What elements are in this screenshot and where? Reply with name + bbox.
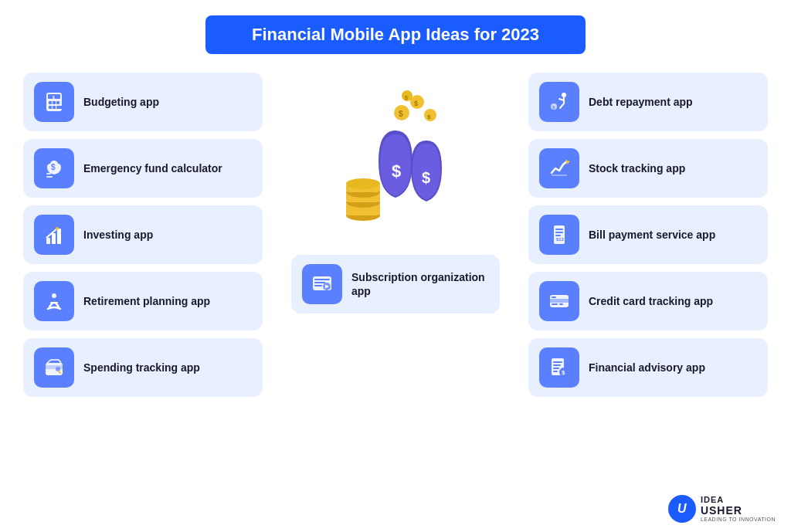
svg-rect-51	[555, 229, 563, 230]
subscription-icon	[302, 264, 342, 304]
svg-text:$: $	[51, 163, 56, 171]
svg-text:$: $	[405, 95, 408, 101]
investing-app-label: Investing app	[83, 228, 153, 242]
subscription-label: Subscription organization app	[351, 270, 489, 298]
svg-text:$: $	[422, 169, 430, 186]
svg-text:$12: $12	[556, 237, 565, 242]
svg-point-19	[56, 367, 60, 371]
right-column: $ Debt repayment app Stock tracking app …	[528, 73, 768, 397]
stock-tracking-label: Stock tracking app	[589, 161, 685, 175]
watermark-tagline: LEADING TO INNOVATION	[701, 517, 776, 523]
svg-rect-53	[555, 235, 561, 236]
svg-rect-14	[57, 229, 61, 244]
bill-payment-icon: $12	[539, 215, 579, 255]
money-illustration: $ $ $ $ $ $	[311, 73, 480, 242]
stock-tracking-icon	[539, 148, 579, 188]
svg-rect-11	[46, 173, 51, 175]
svg-rect-41	[314, 282, 325, 283]
svg-rect-12	[46, 238, 50, 244]
title-banner: Financial Mobile App Ideas for 2023	[205, 15, 586, 54]
svg-text:$: $	[562, 369, 565, 376]
financial-advisory-icon: $	[539, 347, 579, 388]
svg-rect-13	[52, 233, 56, 244]
watermark-idea: Idea	[701, 495, 776, 504]
emergency-fund-label: Emergency fund calculator	[83, 161, 222, 175]
svg-text:$: $	[414, 100, 418, 107]
watermark-text-block: Idea Usher LEADING TO INNOVATION	[701, 495, 776, 522]
budgeting-app-label: Budgeting app	[83, 95, 159, 109]
debt-repayment-card: $ Debt repayment app	[528, 73, 768, 131]
main-content: $ Budgeting app $ Emergency fund calcula…	[23, 73, 768, 517]
svg-rect-7	[53, 106, 56, 109]
credit-card-tracking-label: Credit card tracking app	[589, 294, 713, 308]
watermark: U Idea Usher LEADING TO INNOVATION	[668, 495, 776, 523]
budgeting-app-card: $ Budgeting app	[23, 73, 263, 131]
svg-rect-4	[53, 101, 56, 104]
financial-advisory-label: Financial advisory app	[589, 361, 705, 374]
spending-tracking-card: Spending tracking app	[23, 338, 263, 397]
svg-rect-63	[553, 368, 559, 369]
credit-card-tracking-icon	[539, 281, 579, 321]
credit-card-tracking-card: Credit card tracking app	[528, 272, 768, 330]
svg-point-16	[52, 293, 56, 298]
retirement-planning-icon	[34, 281, 74, 321]
spending-tracking-icon	[34, 347, 74, 388]
left-column: $ Budgeting app $ Emergency fund calcula…	[23, 73, 263, 397]
svg-rect-10	[46, 176, 53, 178]
money-bags-svg: $ $ $ $ $ $	[311, 73, 480, 242]
subscription-organization-card: Subscription organization app	[291, 255, 500, 313]
svg-rect-61	[553, 361, 562, 363]
svg-rect-42	[314, 285, 322, 286]
svg-rect-8	[56, 106, 63, 109]
svg-rect-6	[49, 106, 52, 109]
debt-repayment-label: Debt repayment app	[589, 95, 693, 109]
svg-rect-3	[49, 101, 52, 104]
svg-rect-64	[553, 371, 558, 372]
stock-tracking-card: Stock tracking app	[528, 139, 768, 198]
bill-payment-card: $12 Bill payment service app	[528, 205, 768, 264]
retirement-planning-card: Retirement planning app	[23, 272, 263, 330]
budgeting-app-icon: $	[34, 82, 74, 122]
svg-rect-59	[552, 296, 556, 298]
watermark-logo: U	[668, 495, 696, 523]
svg-text:$: $	[53, 95, 55, 100]
investing-app-icon	[34, 215, 74, 255]
svg-rect-62	[553, 364, 561, 366]
watermark-usher: Usher	[701, 505, 776, 517]
spending-tracking-label: Spending tracking app	[83, 361, 200, 374]
investing-app-card: Investing app	[23, 205, 263, 264]
retirement-planning-label: Retirement planning app	[83, 294, 210, 308]
svg-rect-57	[552, 303, 558, 305]
emergency-fund-icon: $	[34, 148, 74, 188]
debt-repayment-icon: $	[539, 82, 579, 122]
emergency-fund-card: $ Emergency fund calculator	[23, 139, 263, 198]
svg-rect-58	[559, 303, 563, 305]
svg-rect-40	[314, 279, 330, 280]
svg-text:$: $	[392, 161, 401, 181]
page-wrapper: Financial Mobile App Ideas for 2023 $ Bu…	[0, 0, 791, 532]
svg-rect-5	[56, 101, 59, 104]
svg-point-26	[346, 178, 380, 189]
center-column: $ $ $ $ $ $	[263, 73, 528, 313]
financial-advisory-card: $ Financial advisory app	[528, 338, 768, 397]
page-title: Financial Mobile App Ideas for 2023	[252, 25, 539, 45]
bottom-center-area: Subscription organization app	[291, 255, 500, 313]
svg-rect-56	[550, 299, 569, 303]
svg-text:$: $	[399, 110, 403, 118]
svg-rect-52	[555, 232, 563, 233]
svg-point-15	[56, 227, 59, 230]
bill-payment-label: Bill payment service app	[589, 228, 715, 242]
svg-text:$: $	[427, 114, 431, 120]
